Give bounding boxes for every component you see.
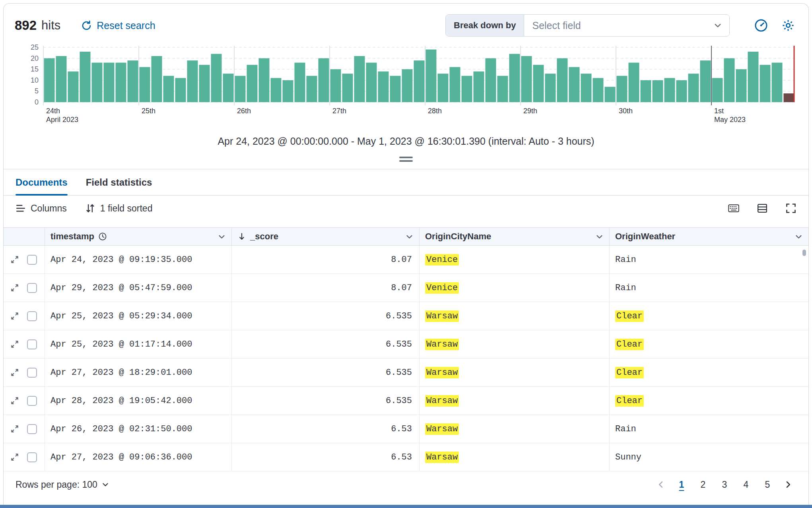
chevron-right-icon <box>783 480 793 489</box>
origin-city-cell: Venice <box>420 274 610 302</box>
score-cell: 6.535 <box>232 387 420 415</box>
svg-text:27th: 27th <box>332 107 346 115</box>
breakdown-select[interactable]: Select field <box>524 15 729 36</box>
expand-icon <box>10 424 19 434</box>
grid-header-row: timestamp _score <box>4 227 808 246</box>
column-header-score[interactable]: _score <box>232 228 420 245</box>
previous-page-button[interactable] <box>653 476 669 493</box>
expand-icon <box>10 255 19 264</box>
timestamp-cell: Apr 26, 2023 @ 02:31:50.000 <box>45 415 232 443</box>
expand-document-button[interactable] <box>10 396 21 406</box>
select-document-checkbox[interactable] <box>27 452 37 462</box>
origin-city-cell: Warsaw <box>420 387 610 415</box>
sort-fields-button[interactable]: 1 field sorted <box>85 203 153 214</box>
expand-document-button[interactable] <box>10 367 21 378</box>
reset-search-button[interactable]: Reset search <box>81 20 155 31</box>
origin-city-cell: Venice <box>420 246 610 273</box>
select-document-checkbox[interactable] <box>27 396 37 406</box>
expand-icon <box>10 339 19 349</box>
expand-icon <box>10 452 19 462</box>
highlight-mark: Warsaw <box>425 310 459 322</box>
breakdown-label: Break down by <box>446 15 524 36</box>
timestamp-cell: Apr 28, 2023 @ 19:05:42.000 <box>45 387 232 415</box>
table-row: Apr 25, 2023 @ 01:17:14.0006.535WarsawCl… <box>4 330 808 359</box>
page-3-button[interactable]: 3 <box>715 475 734 494</box>
highlight-mark: Warsaw <box>425 423 459 435</box>
expand-document-button[interactable] <box>10 424 21 434</box>
select-document-checkbox[interactable] <box>27 424 37 434</box>
score-header-label: _score <box>250 231 278 242</box>
histogram-panel: 892 hits Reset search Break down by Sele… <box>4 4 808 169</box>
expand-document-button[interactable] <box>10 452 21 463</box>
rows-per-page-button[interactable]: Rows per page: 100 <box>16 479 109 490</box>
chart-options-button[interactable] <box>779 16 797 35</box>
chevron-down-icon[interactable] <box>795 233 803 241</box>
svg-text:29th: 29th <box>523 107 537 115</box>
origin-city-cell: Warsaw <box>420 443 610 471</box>
timestamp-cell: Apr 24, 2023 @ 09:19:35.000 <box>45 246 232 273</box>
origin-city-cell: Warsaw <box>420 415 610 443</box>
chevron-down-icon[interactable] <box>218 233 226 241</box>
column-header-origin-weather[interactable]: OriginWeather <box>610 228 808 245</box>
refresh-icon <box>81 20 92 31</box>
svg-text:May 2023: May 2023 <box>714 116 746 124</box>
discover-panel: 892 hits Reset search Break down by Sele… <box>3 3 809 505</box>
column-header-origin-city[interactable]: OriginCityName <box>420 228 610 245</box>
score-cell: 8.07 <box>232 274 420 302</box>
histogram-bars <box>44 50 795 102</box>
panel-resize-handle[interactable] <box>399 157 413 169</box>
svg-text:1st: 1st <box>714 107 724 115</box>
column-header-controls <box>4 228 45 245</box>
keyboard-icon <box>728 203 739 214</box>
select-document-checkbox[interactable] <box>27 311 37 321</box>
score-cell: 6.535 <box>232 302 420 330</box>
expand-document-button[interactable] <box>10 283 21 293</box>
chevron-down-icon[interactable] <box>595 233 604 241</box>
select-document-checkbox[interactable] <box>27 368 37 378</box>
expand-document-button[interactable] <box>10 254 21 265</box>
vertical-scrollbar[interactable] <box>802 250 806 256</box>
page-2-button[interactable]: 2 <box>694 475 712 494</box>
keyboard-shortcuts-button[interactable] <box>728 203 739 214</box>
highlight-mark: Clear <box>615 367 644 378</box>
tab-field-statistics[interactable]: Field statistics <box>86 169 152 195</box>
histogram-chart[interactable]: 051015202524thApril 202325th26th27th28th… <box>15 43 797 128</box>
select-document-checkbox[interactable] <box>27 339 37 349</box>
svg-text:24th: 24th <box>46 107 60 115</box>
svg-text:25th: 25th <box>142 107 155 115</box>
page-5-button[interactable]: 5 <box>758 475 777 494</box>
grid-body: Apr 24, 2023 @ 09:19:35.0008.07VeniceRai… <box>4 246 808 471</box>
display-options-button[interactable] <box>757 203 768 214</box>
svg-text:April 2023: April 2023 <box>46 116 78 124</box>
expand-document-button[interactable] <box>10 311 21 322</box>
origin-weather-cell: Rain <box>610 415 808 443</box>
page-1-button[interactable]: 1 <box>672 475 691 494</box>
select-document-checkbox[interactable] <box>27 255 37 265</box>
pagination: 12345 <box>653 475 796 494</box>
chevron-down-icon[interactable] <box>405 233 414 241</box>
columns-button[interactable]: Columns <box>16 203 67 214</box>
select-document-checkbox[interactable] <box>27 283 37 293</box>
reset-search-label: Reset search <box>97 20 155 31</box>
highlight-mark: Clear <box>615 310 644 322</box>
highlight-mark: Venice <box>425 282 459 294</box>
row-controls <box>4 359 45 386</box>
next-page-button[interactable] <box>780 476 796 493</box>
expand-document-button[interactable] <box>10 339 21 350</box>
breakdown-placeholder: Select field <box>532 20 581 31</box>
svg-text:15: 15 <box>31 65 39 73</box>
row-controls <box>4 387 45 415</box>
tab-documents[interactable]: Documents <box>16 169 68 195</box>
page-4-button[interactable]: 4 <box>737 475 755 494</box>
inspect-button[interactable] <box>752 16 770 35</box>
fullscreen-button[interactable] <box>785 203 796 214</box>
histogram-canvas[interactable]: 051015202524thApril 202325th26th27th28th… <box>15 43 797 128</box>
chevron-down-icon <box>101 481 109 489</box>
highlight-mark: Warsaw <box>425 395 459 407</box>
svg-text:30th: 30th <box>619 107 633 115</box>
highlight-mark: Warsaw <box>425 367 459 378</box>
expand-icon <box>10 311 19 321</box>
table-row: Apr 27, 2023 @ 09:06:36.0006.53WarsawSun… <box>4 443 808 471</box>
table-density-icon <box>757 203 768 214</box>
column-header-timestamp[interactable]: timestamp <box>45 228 232 245</box>
